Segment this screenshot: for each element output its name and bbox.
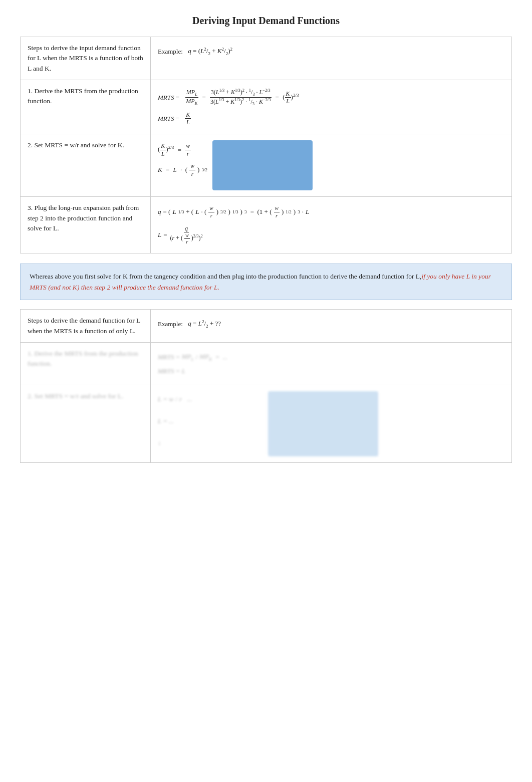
right-col-intro: Example: q = (L2/2 + K2/2)2: [151, 37, 512, 80]
right-col-step1: MRTS = MPL MPK = 3(L1/3 + K1/3)2 · 1/3 ·…: [151, 80, 512, 134]
right-col-step2: (KL)2/3 = w r K = L ·: [151, 134, 512, 197]
example-math: q = (L2/2 + K2/2)2: [188, 45, 232, 58]
mrts-lhs: MRTS =: [158, 92, 179, 103]
page-title: Deriving Input Demand Functions: [20, 15, 512, 27]
left-col-step2: 2. Set MRTS = w/r and solve for K.: [21, 134, 151, 197]
step3-eq1: q = (L1/3 + (L · ( wr )3/2)1/3)3 = (1 + …: [158, 205, 504, 218]
step2-eq1-lhs: (KL)2/3: [158, 142, 174, 157]
blurred-step2-eq2: L = ...: [158, 415, 258, 427]
step2-eq2: K = L · (wr)3/2: [158, 162, 207, 177]
frac-k: K: [185, 111, 191, 119]
left-col-step3: 3. Plug the long-run expansion path from…: [21, 197, 151, 253]
intro2-text: Steps to derive the demand function for …: [28, 317, 140, 334]
intro-text: Steps to derive the input demand functio…: [28, 44, 143, 72]
frac-expanded: 3(L1/3 + K1/3)2 · 1/3 · L−2/3 3(L1/3 + K…: [209, 88, 272, 107]
blue-highlight-box: [212, 140, 313, 190]
left-col2-step1: 1. Derive the MRTS from the production f…: [21, 342, 151, 385]
info-normal-text: Whereas above you first solve for K from…: [30, 273, 421, 280]
frac-expanded-num: 3(L1/3 + K1/3)2 · 1/3 · L−2/3: [210, 88, 272, 98]
info-box: Whereas above you first solve for K from…: [20, 264, 512, 300]
w-num: w: [185, 142, 191, 150]
step2-2-text: 2. Set MRTS = w/r and solve for L.: [28, 392, 123, 400]
step1-text: 1. Derive the MRTS from the production f…: [28, 87, 138, 105]
table-row: 1. Derive the MRTS from the production f…: [21, 342, 512, 385]
table-row: Steps to derive the demand function for …: [21, 310, 512, 343]
mrts-result: MRTS = K L: [158, 111, 504, 126]
step3-num: q: [184, 225, 189, 232]
step2-1-text: 1. Derive the MRTS from the production f…: [28, 350, 138, 367]
mrts-equals: MRTS =: [158, 113, 179, 124]
frac-mpl-mpk: MPL MPK: [185, 89, 198, 107]
blue-highlight-box2: [268, 391, 378, 456]
step2-math-block: (KL)2/3 = w r K = L ·: [158, 140, 207, 179]
mrts-derivation: MRTS = MPL MPK = 3(L1/3 + K1/3)2 · 1/3 ·…: [158, 88, 504, 107]
table-row: 1. Derive the MRTS from the production f…: [21, 80, 512, 134]
table-row: Steps to derive the input demand functio…: [21, 37, 512, 80]
frac-l: L: [185, 119, 191, 126]
step2-eq1: (KL)2/3 = w r: [158, 142, 207, 157]
example2-label: Example:: [158, 318, 186, 330]
table-row: 3. Plug the long-run expansion path from…: [21, 197, 512, 253]
k-var: K: [158, 164, 162, 175]
example2-math: q = L2/2 + ??: [188, 318, 221, 330]
right-col2-step2: L = w / r ... L = ... ↓: [151, 385, 512, 463]
left-col-intro: Steps to derive the input demand functio…: [21, 37, 151, 80]
table-row: 2. Set MRTS = w/r and solve for L. L = w…: [21, 385, 512, 463]
left-col2-step2: 2. Set MRTS = w/r and solve for L.: [21, 385, 151, 463]
example-line: Example: q = (L2/2 + K2/2)2: [158, 45, 504, 58]
blurred-step2-eq1: L = w / r ...: [158, 393, 258, 405]
right-col2-step1: MRTS = MPL / MPK = ... MRTS = L: [151, 342, 512, 385]
step3-text: 3. Plug the long-run expansion path from…: [28, 204, 139, 232]
frac-den: MPK: [185, 98, 198, 106]
left-col2-intro: Steps to derive the demand function for …: [21, 310, 151, 343]
right-col-step3: q = (L1/3 + (L · ( wr )3/2)1/3)3 = (1 + …: [151, 197, 512, 253]
example-label: Example:: [158, 46, 186, 57]
right-col2-intro: Example: q = L2/2 + ??: [151, 310, 512, 343]
section2-table: Steps to derive the demand function for …: [20, 309, 512, 463]
step2-2-math-block: L = w / r ... L = ... ↓: [158, 391, 258, 450]
page-container: Deriving Input Demand Functions Steps to…: [0, 0, 532, 488]
frac-w-over-r: w r: [185, 142, 191, 157]
step2-text: 2. Set MRTS = w/r and solve for K.: [28, 141, 124, 149]
blurred-step2-eq3: ↓: [158, 437, 258, 448]
step3-den: (r + ( wr )2/3)2: [169, 232, 204, 245]
l-var: L: [173, 164, 177, 175]
left-col-step1: 1. Derive the MRTS from the production f…: [21, 80, 151, 134]
blurred-math1: MRTS = MPL / MPK = ...: [158, 351, 504, 363]
mrts-simplified: (KL)2/3: [283, 90, 299, 105]
r-den: r: [186, 150, 190, 157]
example2-line: Example: q = L2/2 + ??: [158, 318, 504, 330]
frac-k-over-l: K L: [185, 111, 191, 126]
frac-expanded-den: 3(L1/3 + K1/3)2 · 1/3 · K−2/3: [209, 98, 272, 107]
blurred-math2: MRTS = L: [158, 365, 504, 377]
table-row: 2. Set MRTS = w/r and solve for K. (KL)2…: [21, 134, 512, 197]
frac-num: MPL: [185, 89, 198, 98]
section1-table: Steps to derive the input demand functio…: [20, 37, 512, 253]
step3-eq2: L = q (r + ( wr )2/3)2: [158, 225, 504, 245]
